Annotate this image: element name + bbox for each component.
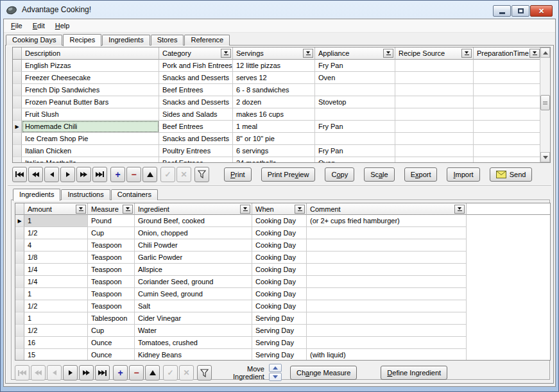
row-selector[interactable] <box>13 157 22 163</box>
cell[interactable] <box>315 108 395 121</box>
cell[interactable] <box>395 60 474 72</box>
cell[interactable] <box>474 145 541 157</box>
cell[interactable] <box>395 121 474 133</box>
cell[interactable]: Cooking Day <box>252 276 307 288</box>
cell[interactable] <box>307 251 467 264</box>
copy-button[interactable]: Copy <box>325 167 354 182</box>
table-row-selected[interactable]: ▶ Homemade Chili Beef Entrees 1 meal Fry… <box>13 121 550 133</box>
cell[interactable]: 1 meal <box>233 121 315 133</box>
cell[interactable]: Kidney Beans <box>135 349 252 361</box>
cell[interactable]: Snacks and Desserts <box>159 72 233 84</box>
edit-record-button[interactable] <box>142 167 157 182</box>
menu-edit[interactable]: Edit <box>28 20 50 31</box>
cell[interactable]: Snacks and Desserts <box>159 96 233 108</box>
first-record-button[interactable] <box>12 167 27 182</box>
row-selector[interactable] <box>13 96 22 108</box>
cell[interactable]: Onion, chopped <box>135 227 252 239</box>
last-record-button[interactable] <box>92 167 107 182</box>
cell[interactable]: Pork and Fish Entrees <box>159 60 233 72</box>
table-row[interactable]: English Pizzas Pork and Fish Entrees 12 … <box>13 60 550 72</box>
cell[interactable]: Ounce <box>88 337 135 349</box>
recipes-scrollbar[interactable] <box>540 47 550 162</box>
cell[interactable]: Serving Day <box>252 337 307 349</box>
servings-filter-button[interactable] <box>303 49 313 58</box>
cell[interactable]: 1/2 <box>24 227 88 239</box>
table-row[interactable]: Frozen Peanut Butter Bars Snacks and Des… <box>13 96 550 108</box>
cell[interactable]: 8" or 10" pie <box>233 133 315 145</box>
cell[interactable]: 1 <box>24 288 88 300</box>
tab-recipes[interactable]: Recipes <box>63 34 101 46</box>
table-row[interactable]: 1/2 Cup Water Serving Day <box>15 325 550 337</box>
cell[interactable] <box>307 325 467 337</box>
menu-file[interactable]: File <box>6 20 28 31</box>
cell[interactable] <box>307 239 467 251</box>
table-row[interactable]: 1/2 Teaspoon Salt Cooking Day <box>15 300 550 312</box>
cell[interactable]: 2 dozen <box>233 96 315 108</box>
cell[interactable]: Fry Pan <box>315 145 395 157</box>
table-row[interactable]: 1/4 Teaspoon Coriander Seed, ground Cook… <box>15 276 550 288</box>
table-row[interactable]: Italian Chicken Poultry Entrees 6 servin… <box>13 145 550 157</box>
cell[interactable]: Snacks and Desserts <box>159 133 233 145</box>
cell[interactable]: Beef Entrees <box>159 121 233 133</box>
move-down-button[interactable] <box>269 373 282 381</box>
filter-button[interactable] <box>194 167 209 182</box>
cell[interactable] <box>307 276 467 288</box>
cell[interactable]: Pound <box>88 215 135 227</box>
cell[interactable]: Teaspoon <box>88 239 135 251</box>
cell[interactable]: 4 <box>24 239 88 251</box>
measure-filter-button[interactable] <box>123 205 133 214</box>
cell[interactable]: Cooking Day <box>252 251 307 264</box>
fast-next-button[interactable] <box>79 365 94 380</box>
cell[interactable]: Cooking Day <box>252 239 307 251</box>
cell[interactable]: Ground Beef, cooked <box>135 215 252 227</box>
row-selector[interactable] <box>15 227 24 239</box>
row-selector[interactable] <box>15 300 24 312</box>
cell[interactable]: Allspice <box>135 264 252 276</box>
cell[interactable]: Sides and Salads <box>159 108 233 121</box>
fast-previous-button[interactable] <box>28 167 43 182</box>
minimize-button[interactable] <box>493 5 511 17</box>
table-row[interactable]: 16 Ounce Tomatoes, crushed Serving Day <box>15 337 550 349</box>
cell[interactable]: Oven <box>315 157 395 163</box>
scroll-up-button[interactable] <box>540 47 550 58</box>
cell[interactable]: Cup <box>88 227 135 239</box>
next-record-button[interactable] <box>63 365 78 380</box>
cell[interactable] <box>395 133 474 145</box>
row-selector[interactable] <box>15 337 24 349</box>
cell-selected[interactable]: Homemade Chili <box>22 121 159 133</box>
cell[interactable]: Cumin Seed, ground <box>135 288 252 300</box>
export-button[interactable]: Export <box>404 167 438 182</box>
cell[interactable] <box>315 133 395 145</box>
table-row-selected[interactable]: ▶ 1 Pound Ground Beef, cooked Cooking Da… <box>15 215 550 227</box>
row-selector[interactable] <box>15 251 24 264</box>
cell[interactable]: Cooking Day <box>252 215 307 227</box>
cell[interactable]: Italian Meatballs <box>22 157 159 163</box>
delete-record-button[interactable]: − <box>126 167 141 182</box>
cell[interactable] <box>395 72 474 84</box>
print-preview-button[interactable]: Print Preview <box>261 167 316 182</box>
row-selector[interactable] <box>15 349 24 361</box>
cell[interactable]: Beef Entrees <box>159 84 233 96</box>
cell[interactable]: Fry Pan <box>315 60 395 72</box>
cell[interactable] <box>474 121 541 133</box>
cell[interactable]: Serving Day <box>252 312 307 325</box>
cell[interactable]: Teaspoon <box>88 276 135 288</box>
define-ingredient-button[interactable]: Define Ingredient <box>381 366 447 380</box>
cell[interactable]: Ounce <box>88 349 135 361</box>
cell[interactable]: 1/4 <box>24 276 88 288</box>
cell[interactable]: Cooking Day <box>252 300 307 312</box>
cell[interactable] <box>315 84 395 96</box>
cell[interactable] <box>474 72 541 84</box>
cell[interactable] <box>307 300 467 312</box>
cell[interactable] <box>395 96 474 108</box>
cell[interactable]: Fry Pan <box>315 121 395 133</box>
menu-help[interactable]: Help <box>50 20 75 31</box>
cell[interactable]: Cooking Day <box>252 288 307 300</box>
category-filter-button[interactable] <box>221 49 231 58</box>
cell[interactable] <box>474 133 541 145</box>
cell[interactable]: 1/2 <box>24 325 88 337</box>
row-selector[interactable] <box>15 312 24 325</box>
close-button[interactable]: ✕ <box>530 5 553 17</box>
recipe-source-filter-button[interactable] <box>461 49 472 58</box>
cell[interactable]: Cup <box>88 325 135 337</box>
